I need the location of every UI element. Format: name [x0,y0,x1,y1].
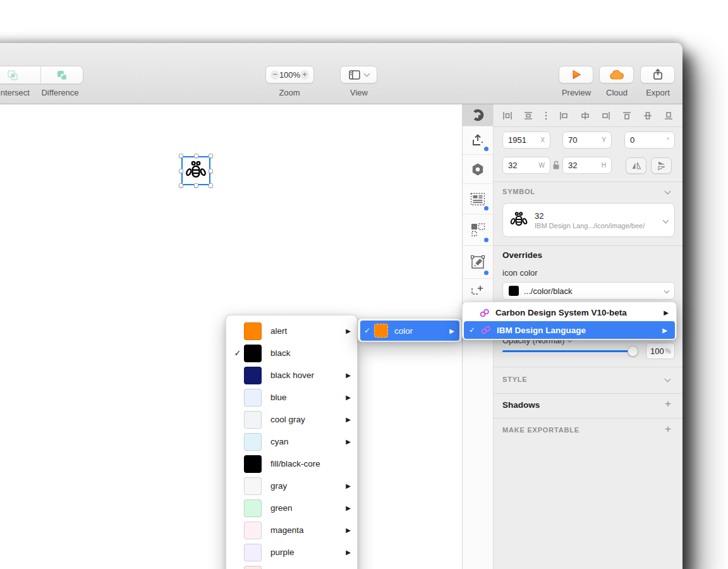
color-swatch [244,455,262,473]
upload-plugin-button[interactable] [463,126,493,155]
selection-handle[interactable] [209,154,213,158]
insert-plugin-button[interactable] [463,279,493,302]
symbol-swap-plugin-button[interactable] [463,214,493,246]
color-swatch [244,499,262,517]
hexagon-plugin-button[interactable] [463,155,493,184]
menu-item-color[interactable]: ✓ color ▶ [360,321,459,341]
more-options-icon[interactable] [544,111,548,121]
align-top-icon[interactable] [622,111,632,121]
selection-handle[interactable] [179,183,183,188]
cloud-label: Cloud [598,88,636,97]
collapse-chevron-icon[interactable] [665,376,671,382]
selection-handle[interactable] [194,183,198,188]
collapse-chevron-icon[interactable] [665,188,671,195]
submenu-arrow-icon: ▶ [664,309,669,316]
align-bottom-icon[interactable] [664,111,674,121]
x-value: 1951 [508,135,526,145]
align-left-icon[interactable] [559,111,569,121]
selection-handle[interactable] [179,154,183,158]
zoom-in-button[interactable]: + [300,70,309,80]
height-unit: H [602,162,606,169]
upload-icon [471,133,485,147]
opacity-slider-thumb[interactable] [628,346,638,357]
selection-handle[interactable] [209,183,213,188]
menu-item-black-hover[interactable]: black hover ▶ [226,364,357,386]
flip-vertical-button[interactable] [651,157,672,174]
opacity-value-field[interactable]: 100 % [646,343,675,359]
menu-item-green[interactable]: green ▶ [226,497,357,519]
override-group-menu: ✓ color ▶ [358,318,462,342]
carbon-logo-icon [471,109,484,121]
x-position-field[interactable]: 1951 X [502,132,550,149]
insert-plus-icon [471,284,485,297]
width-value: 32 [508,161,517,170]
y-value: 70 [568,135,577,145]
selection-handle[interactable] [209,169,213,173]
align-right-icon[interactable] [601,111,611,121]
height-field[interactable]: 32 H [562,157,612,174]
layout-plugin-button[interactable] [463,184,493,214]
rotation-unit: ° [667,137,669,144]
icon-color-dropdown[interactable]: .../color/black [502,282,675,300]
intersect-button[interactable] [0,66,40,83]
make-exportable-button[interactable]: + [665,423,671,436]
zoom-out-button[interactable]: − [270,70,279,80]
selection-handle[interactable] [179,169,183,173]
menu-item-magenta[interactable]: magenta ▶ [226,519,357,541]
submenu-arrow-icon: ▶ [346,372,351,379]
menu-item-red[interactable] [226,563,357,569]
lock-ratio-icon[interactable] [552,160,560,170]
difference-icon [56,69,68,82]
opacity-slider-track[interactable] [502,350,638,352]
selected-symbol-bee[interactable] [181,156,210,185]
notification-badge [484,238,488,242]
menu-item-cyan[interactable]: cyan ▶ [226,431,357,453]
opacity-value: 100 [650,346,664,356]
screenshot-root: Intersect Difference − 100% + Zoom View … [0,0,728,569]
menu-item-alert[interactable]: alert ▶ [226,320,357,342]
color-override-menu: alert ▶ ✓ black black hover ▶ blue ▶ coo… [226,315,358,569]
menu-item-fill-black-core[interactable]: fill/black-core [226,453,357,475]
menu-item-black[interactable]: ✓ black [226,342,357,364]
width-field[interactable]: 32 W [502,157,550,174]
menu-item-ibm-design-language[interactable]: ✓ IBM Design Language ▶ [464,321,675,339]
overrides-title: Overrides [502,250,542,260]
check-icon: ✓ [231,348,244,358]
view-button[interactable] [340,66,377,83]
current-color-swatch [509,286,519,296]
layout-view-icon [349,70,360,80]
color-swatch [244,322,262,340]
flip-horizontal-button[interactable] [626,157,646,174]
y-position-field[interactable]: 70 Y [562,132,612,149]
edit-plugin-button[interactable] [463,246,493,279]
notification-badge [484,271,488,275]
symbol-name: 32 [535,211,660,221]
zoom-control: − 100% + [265,66,314,83]
menu-item-carbon-design-system[interactable]: Carbon Design System V10-beta ▶ [463,304,676,321]
align-center-horizontal-icon[interactable] [580,111,590,121]
add-shadow-button[interactable]: + [665,398,671,410]
check-icon: ✓ [364,326,374,335]
difference-button[interactable] [40,66,83,83]
menu-item-blue[interactable]: blue ▶ [226,386,357,408]
rotation-field[interactable]: 0 ° [624,132,675,149]
zoom-label: Zoom [270,88,308,97]
distribute-vertical-icon[interactable] [523,111,533,121]
menu-item-gray[interactable]: gray ▶ [226,475,357,497]
menu-item-cool-gray[interactable]: cool gray ▶ [226,408,357,431]
selection-handle[interactable] [194,154,198,158]
symbol-selector[interactable]: 32 IBM Design Lang.../icon/image/bee/ [502,203,675,237]
preview-button[interactable] [559,66,593,83]
color-swatch [244,566,262,569]
color-swatch [244,544,262,561]
distribute-horizontal-icon[interactable] [502,111,513,121]
carbon-plugin-button[interactable] [463,104,493,126]
layout-card-icon [470,192,485,206]
color-swatch [244,522,262,539]
submenu-arrow-icon: ▶ [346,549,351,556]
align-middle-vertical-icon[interactable] [643,111,653,121]
cloud-button[interactable] [599,66,634,83]
export-button[interactable] [640,66,675,83]
menu-item-purple[interactable]: purple ▶ [226,541,357,563]
notification-badge [484,147,488,151]
